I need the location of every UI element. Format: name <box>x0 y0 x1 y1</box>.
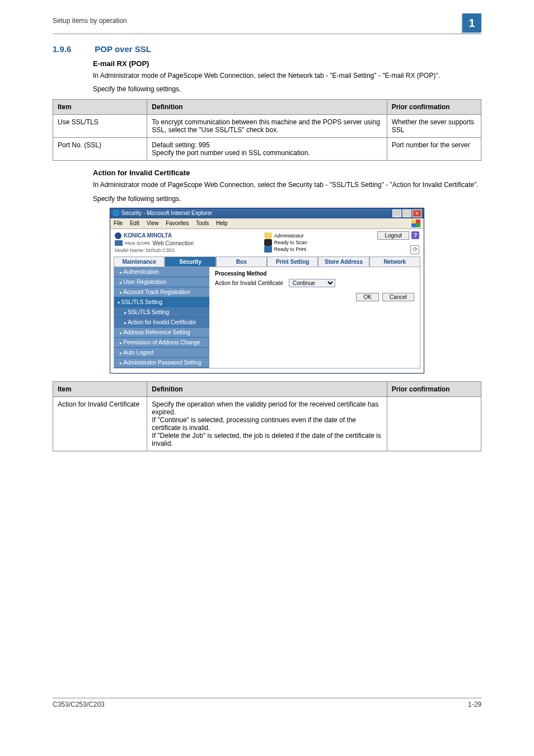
ready-print: Ready to Print <box>274 246 306 252</box>
table-row: Port No. (SSL) Default setting: 995 Spec… <box>53 138 481 161</box>
window-titlebar: 🌐 Security - Microsoft Internet Explorer… <box>110 208 424 218</box>
sidebar-item-perm-address[interactable]: Permission of Address Change <box>114 338 209 348</box>
pagescope-icon <box>115 240 123 246</box>
web-connection: PAGE SCOPE Web Connection <box>115 240 194 246</box>
brand-logo-icon <box>115 232 121 239</box>
menu-edit[interactable]: Edit <box>130 220 139 226</box>
menu-view[interactable]: View <box>147 220 159 226</box>
logout-button[interactable]: Logout <box>377 231 409 240</box>
ie-icon: 🌐 <box>113 210 119 216</box>
section-number: 1.9.6 <box>53 44 93 54</box>
window-title: Security - Microsoft Internet Explorer <box>121 210 212 216</box>
printer-icon <box>264 246 272 253</box>
sidebar-item-address-ref[interactable]: Address Reference Setting <box>114 328 209 338</box>
ie-window: 🌐 Security - Microsoft Internet Explorer… <box>110 208 424 374</box>
menu-help[interactable]: Help <box>216 220 228 226</box>
action-invalid-label: Action for Invalid Certificate <box>215 280 283 286</box>
menu-bar: File Edit View Favorites Tools Help <box>110 218 424 229</box>
menu-tools[interactable]: Tools <box>196 220 209 226</box>
refresh-icon[interactable]: ⟳ <box>410 245 419 254</box>
tab-box[interactable]: Box <box>216 256 267 267</box>
th-definition: Definition <box>147 381 387 396</box>
para-email-rx-1: In Administrator mode of PageScope Web C… <box>93 71 481 80</box>
admin-icon <box>264 232 272 239</box>
th-definition: Definition <box>147 100 387 115</box>
sidebar-sub-action-invalid[interactable]: Action for Invalid Certificate <box>114 318 209 328</box>
sidebar-item-authentication[interactable]: Authentication <box>114 267 209 277</box>
table-action-invalid: Item Definition Prior confirmation Actio… <box>53 381 481 451</box>
cell-prior <box>387 396 481 451</box>
maximize-button[interactable]: □ <box>402 209 411 217</box>
para-action-2: Specify the following settings. <box>93 194 481 203</box>
sidebar-item-auto-logout[interactable]: Auto Logout <box>114 348 209 358</box>
cell-def: Default setting: 995 Specify the port nu… <box>147 138 387 161</box>
tab-security[interactable]: Security <box>165 256 216 267</box>
sidebar: Authentication User Registration Account… <box>114 267 209 368</box>
th-item: Item <box>53 381 147 396</box>
model-name: Model Name: bizhub C353 <box>115 248 194 253</box>
table-row: Use SSL/TLS To encrypt communication bet… <box>53 115 481 138</box>
cell-def: Specify the operation when the validity … <box>147 396 387 451</box>
minimize-button[interactable]: _ <box>392 209 401 217</box>
processing-method-title: Processing Method <box>215 270 414 277</box>
section-heading: 1.9.6 POP over SSL <box>53 44 481 54</box>
chapter-number: 1 <box>469 17 475 30</box>
th-item: Item <box>53 100 147 115</box>
cell-item: Use SSL/TLS <box>53 115 147 138</box>
tab-print-setting[interactable]: Print Setting <box>267 256 318 267</box>
menu-file[interactable]: File <box>114 220 123 226</box>
brand: KONICA MINOLTA <box>115 232 194 239</box>
tab-bar: Maintenance Security Box Print Setting S… <box>114 256 420 267</box>
content-area: Authentication User Registration Account… <box>114 267 420 368</box>
footer-page: 1-29 <box>468 701 481 708</box>
action-invalid-select[interactable]: Continue <box>289 279 335 287</box>
scanner-icon <box>264 239 272 246</box>
chapter-badge: 1 <box>462 13 481 32</box>
page-footer: C353/C253/C203 1-29 <box>53 698 481 708</box>
sidebar-sub-ssl-setting[interactable]: SSL/TLS Setting <box>114 307 209 318</box>
tab-network[interactable]: Network <box>369 256 420 267</box>
cell-prior: Port number for the server <box>387 138 481 161</box>
sidebar-item-account-track[interactable]: Account Track Registration <box>114 287 209 297</box>
breadcrumb: Setup items by operation <box>53 17 127 25</box>
tab-maintenance[interactable]: Maintenance <box>114 256 165 267</box>
header-rule <box>53 34 481 34</box>
close-button[interactable]: × <box>413 209 421 217</box>
cell-def: To encrypt communication between this ma… <box>147 115 387 138</box>
cancel-button[interactable]: Cancel <box>382 293 414 301</box>
ok-button[interactable]: OK <box>356 293 378 301</box>
brand-text: KONICA MINOLTA <box>124 232 172 239</box>
app-header: KONICA MINOLTA PAGE SCOPE Web Connection… <box>110 229 424 254</box>
para-action-1: In Administrator mode of PageScope Web C… <box>93 180 481 189</box>
pagescope-prefix: PAGE SCOPE <box>125 241 150 245</box>
th-prior: Prior confirmation <box>387 100 481 115</box>
cell-item: Action for Invalid Certificate <box>53 396 147 451</box>
sidebar-item-user-registration[interactable]: User Registration <box>114 277 209 287</box>
sidebar-item-admin-password[interactable]: Administrator Password Setting <box>114 358 209 368</box>
section-title: POP over SSL <box>95 44 151 54</box>
tab-store-address[interactable]: Store Address <box>318 256 369 267</box>
table-ssl-settings: Item Definition Prior confirmation Use S… <box>53 99 481 161</box>
ready-scan: Ready to Scan <box>274 240 307 245</box>
cell-item: Port No. (SSL) <box>53 138 147 161</box>
footer-model: C353/C253/C203 <box>53 701 105 708</box>
subheading-action-invalid: Action for Invalid Certificate <box>93 169 481 177</box>
cell-prior: Whether the sever supports SSL <box>387 115 481 138</box>
web-connection-text: Web Connection <box>152 240 194 246</box>
sidebar-group-ssl[interactable]: SSL/TLS Setting <box>114 297 209 307</box>
main-panel: Processing Method Action for Invalid Cer… <box>209 267 420 368</box>
help-icon[interactable]: ? <box>411 231 419 239</box>
table-row: Action for Invalid Certificate Specify t… <box>53 396 481 451</box>
ie-throbber-icon <box>411 220 420 227</box>
para-email-rx-2: Specify the following settings. <box>93 85 481 94</box>
th-prior: Prior confirmation <box>387 381 481 396</box>
menu-favorites[interactable]: Favorites <box>166 220 189 226</box>
subheading-email-rx: E-mail RX (POP) <box>93 59 481 68</box>
admin-label: Administrator <box>274 233 304 239</box>
